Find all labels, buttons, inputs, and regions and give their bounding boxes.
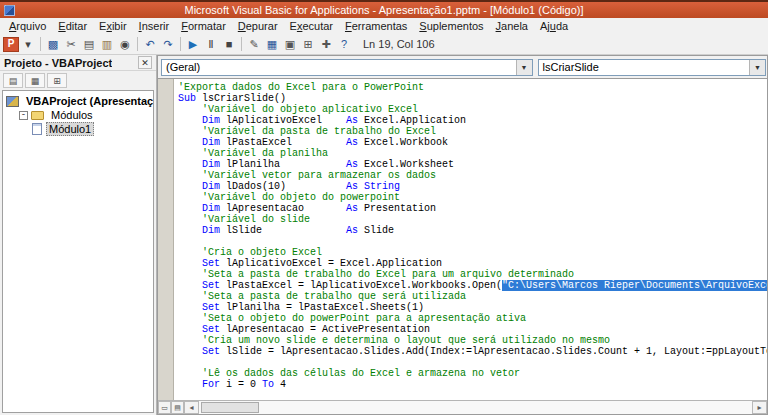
menu-exibir[interactable]: Exibir — [93, 19, 133, 33]
find-icon[interactable]: ◉ — [116, 36, 134, 53]
scroll-left-icon[interactable]: ◂ — [184, 401, 199, 414]
cut-icon[interactable]: ✂ — [62, 36, 80, 53]
menu-ferramentas[interactable]: Ferramentas — [339, 19, 413, 33]
main-body: Projeto - VBAProject ✕ ▤▦⊞ VBAProject (A… — [0, 55, 768, 415]
tree-item-m-dulo1[interactable]: Módulo1 — [3, 122, 153, 136]
code-line[interactable] — [178, 236, 767, 247]
menu-depurar[interactable]: Depurar — [232, 19, 284, 33]
code-window: (Geral) ▼ lsCriarSlide ▼ 'Exporta dados … — [157, 55, 768, 415]
code-line[interactable]: Set lPlanilha = lPastaExcel.Sheets(1) — [178, 302, 767, 313]
code-line[interactable]: 'Cria um novo slide e determina o layout… — [178, 335, 767, 346]
project-panel-title: Projeto - VBAProject — [4, 57, 112, 69]
view-powerpoint-icon[interactable]: P — [3, 37, 19, 52]
code-line[interactable]: 'Variável da pasta de trabalho do Excel — [178, 126, 767, 137]
full-module-view-button[interactable]: ▤ — [171, 401, 184, 414]
menu-formatar[interactable]: Formatar — [175, 19, 232, 33]
code-line[interactable]: Set lSlide = lApresentacao.Slides.Add(In… — [178, 346, 767, 357]
menu-ajuda[interactable]: Ajuda — [534, 19, 574, 33]
toggle-folders-icon[interactable]: ⊞ — [47, 73, 67, 88]
help-icon[interactable]: ? — [335, 36, 353, 53]
toolbar-separator — [40, 37, 41, 51]
margin-indicator-bar[interactable] — [158, 79, 174, 400]
toolbar-icons: P▾▩✂▤▥◉↶↷▶Ⅱ■✎▦▣⊞✚? — [3, 36, 353, 53]
chevron-down-icon[interactable]: ▼ — [749, 60, 765, 75]
procedure-dropdown-value: lsCriarSlide — [539, 61, 749, 73]
code-line[interactable]: Dim lDados(10) As String — [178, 181, 767, 192]
window-title: Microsoft Visual Basic for Applications … — [0, 4, 768, 16]
project-icon — [6, 96, 19, 107]
view-code-icon[interactable]: ▤ — [3, 73, 23, 88]
scrollbar-thumb[interactable] — [201, 402, 259, 413]
module-icon — [32, 123, 42, 135]
code-line[interactable]: 'Variável do objeto aplicativo Excel — [178, 104, 767, 115]
menu-editar[interactable]: Editar — [52, 19, 93, 33]
line-column-indicator: Ln 19, Col 106 — [363, 38, 435, 50]
menu-suplementos[interactable]: Suplementos — [413, 19, 489, 33]
tree-item-vbaproject-apresenta-o1[interactable]: VBAProject (Apresentação1 — [3, 94, 153, 108]
scrollbar-track[interactable] — [199, 401, 752, 414]
toolbar-separator — [180, 37, 181, 51]
code-line[interactable]: Dim lAplicativoExcel As Excel.Applicatio… — [178, 115, 767, 126]
menu-bar: ArquivoEditarExibirInserirFormatarDepura… — [0, 18, 768, 34]
folder-icon — [31, 111, 44, 120]
design-mode-icon[interactable]: ✎ — [245, 36, 263, 53]
toolbar-separator — [137, 37, 138, 51]
save-icon[interactable]: ▩ — [44, 36, 62, 53]
code-line[interactable]: 'Cria o objeto Excel — [178, 247, 767, 258]
code-line[interactable]: Dim lApresentacao As Presentation — [178, 203, 767, 214]
view-object-icon[interactable]: ▦ — [25, 73, 45, 88]
stop-icon[interactable]: ■ — [220, 36, 238, 53]
toolbox-icon[interactable]: ✚ — [317, 36, 335, 53]
code-line[interactable]: Dim lPastaExcel As Excel.Workbook — [178, 137, 767, 148]
project-explorer-panel: Projeto - VBAProject ✕ ▤▦⊞ VBAProject (A… — [0, 55, 157, 415]
menu-executar[interactable]: Executar — [284, 19, 339, 33]
code-line[interactable]: Set lPastaExcel = lAplicativoExcel.Workb… — [178, 280, 767, 291]
tree-item-m-dulos[interactable]: -Módulos — [3, 108, 153, 122]
properties-window-icon[interactable]: ▣ — [281, 36, 299, 53]
break-icon[interactable]: Ⅱ — [202, 36, 220, 53]
code-combo-row: (Geral) ▼ lsCriarSlide ▼ — [158, 56, 767, 78]
procedure-dropdown[interactable]: lsCriarSlide ▼ — [538, 59, 766, 76]
menu-janela[interactable]: Janela — [490, 19, 534, 33]
copy-icon[interactable]: ▤ — [80, 36, 98, 53]
title-bar: Microsoft Visual Basic for Applications … — [0, 0, 768, 18]
code-line[interactable]: Set lAplicativoExcel = Excel.Application — [178, 258, 767, 269]
code-line[interactable]: 'Seta a pasta de trabalho do Excel para … — [178, 269, 767, 280]
view-object-dropdown-arrow[interactable]: ▾ — [19, 36, 37, 53]
code-line[interactable]: 'Variável vetor para armazenar os dados — [178, 170, 767, 181]
project-explorer-icon[interactable]: ▦ — [263, 36, 281, 53]
code-line[interactable]: 'Variável do slide — [178, 214, 767, 225]
menu-inserir[interactable]: Inserir — [133, 19, 176, 33]
run-icon[interactable]: ▶ — [184, 36, 202, 53]
project-panel-header: Projeto - VBAProject ✕ — [0, 55, 156, 71]
redo-icon[interactable]: ↷ — [159, 36, 177, 53]
procedure-view-button[interactable]: ▭ — [158, 401, 171, 414]
scroll-right-icon[interactable]: ▸ — [752, 401, 767, 414]
close-icon[interactable]: ✕ — [138, 56, 152, 69]
code-editor[interactable]: 'Exporta dados do Excel para o PowerPoin… — [174, 79, 767, 400]
code-line[interactable]: 'Seta o objeto do powerPoint para a apre… — [178, 313, 767, 324]
code-line[interactable]: 'Lê os dados das células do Excel e arma… — [178, 368, 767, 379]
project-tree[interactable]: VBAProject (Apresentação1-MódulosMódulo1 — [2, 90, 154, 413]
collapse-icon[interactable]: - — [19, 111, 28, 120]
toolbar-separator — [241, 37, 242, 51]
code-lines: 'Exporta dados do Excel para o PowerPoin… — [178, 82, 767, 390]
code-line[interactable]: Dim lPlanilha As Excel.Worksheet — [178, 159, 767, 170]
code-line[interactable]: For i = 0 To 4 — [178, 379, 767, 390]
object-browser-icon[interactable]: ⊞ — [299, 36, 317, 53]
undo-icon[interactable]: ↶ — [141, 36, 159, 53]
tree-item-label: Módulos — [48, 108, 96, 122]
menu-arquivo[interactable]: Arquivo — [3, 19, 52, 33]
code-line[interactable]: 'Seta a pasta de trabalho que será utili… — [178, 291, 767, 302]
tree-item-label: Módulo1 — [46, 122, 94, 136]
code-line[interactable]: Set lApresentacao = ActivePresentation — [178, 324, 767, 335]
code-line[interactable]: Dim lSlide As Slide — [178, 225, 767, 236]
chevron-down-icon[interactable]: ▼ — [516, 60, 532, 75]
code-line[interactable]: 'Exporta dados do Excel para o PowerPoin… — [178, 82, 767, 93]
code-line[interactable] — [178, 357, 767, 368]
code-line[interactable]: 'Variável da planilha — [178, 148, 767, 159]
code-line[interactable]: 'Variável do objeto do powerpoint — [178, 192, 767, 203]
code-line[interactable]: Sub lsCriarSlide() — [178, 93, 767, 104]
object-dropdown[interactable]: (Geral) ▼ — [161, 59, 533, 76]
paste-icon[interactable]: ▥ — [98, 36, 116, 53]
